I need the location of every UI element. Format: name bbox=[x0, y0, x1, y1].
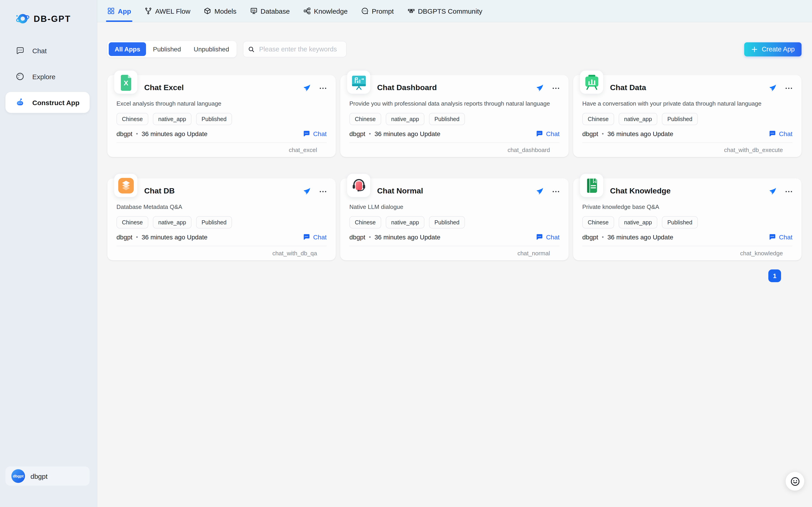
sidebar-item-construct-app[interactable]: Construct App bbox=[5, 92, 89, 113]
copy-code-button[interactable] bbox=[786, 250, 793, 257]
models-box-icon bbox=[204, 7, 211, 14]
chat-bubble-filled-icon bbox=[536, 233, 543, 241]
dbgpt-planet-logo-icon bbox=[15, 12, 30, 26]
app-tags: Chinesenative_appPublished bbox=[117, 113, 327, 125]
copy-code-button[interactable] bbox=[553, 250, 560, 257]
app-icon-tile bbox=[580, 70, 603, 94]
app-updated-time: 36 minutes ago Update bbox=[608, 233, 674, 240]
app-code-name: chat_dashboard bbox=[508, 147, 550, 153]
tab-awel-flow[interactable]: AWEL Flow bbox=[145, 0, 190, 22]
chat-link[interactable]: Chat bbox=[303, 233, 327, 241]
dingtalk-share-button[interactable] bbox=[768, 83, 777, 93]
chat-link[interactable]: Chat bbox=[768, 130, 793, 137]
app-description: Database Metadata Q&A bbox=[117, 204, 327, 210]
tab-knowledge[interactable]: Knowledge bbox=[303, 0, 348, 22]
chat-link[interactable]: Chat bbox=[536, 130, 560, 137]
meta-separator: • bbox=[369, 130, 371, 137]
dingtalk-share-button[interactable] bbox=[302, 83, 311, 93]
create-app-button[interactable]: Create App bbox=[744, 42, 802, 56]
create-app-label: Create App bbox=[762, 46, 795, 53]
app-title: Chat DB bbox=[144, 186, 175, 196]
tag-badge: Published bbox=[429, 216, 465, 228]
app-title: Chat Knowledge bbox=[610, 186, 671, 196]
tag-badge: Published bbox=[196, 216, 232, 228]
pagination-prev-button[interactable] bbox=[751, 272, 758, 279]
app-meta: dbgpt•36 minutes ago UpdateChat bbox=[350, 233, 560, 241]
dingtalk-share-button[interactable] bbox=[535, 83, 544, 93]
sidebar-item-chat[interactable]: Chat bbox=[5, 40, 89, 61]
sidebar-item-explore[interactable]: Explore bbox=[5, 66, 89, 87]
app-card-chat_with_db_execute: Chat DataHave a conversation with your p… bbox=[573, 75, 802, 157]
sidebar: DB-GPT ChatExploreConstruct App dbgpt db… bbox=[0, 0, 97, 507]
tab-database[interactable]: SQLDatabase bbox=[250, 0, 290, 22]
card-actions bbox=[535, 83, 560, 93]
card-footer: chat_with_db_qa bbox=[117, 246, 327, 257]
collapse-button[interactable] bbox=[69, 493, 78, 502]
copy-code-button[interactable] bbox=[553, 147, 560, 153]
copy-code-button[interactable] bbox=[320, 250, 327, 257]
app-tags: Chinesenative_appPublished bbox=[350, 216, 560, 228]
community-bricks-icon bbox=[408, 7, 415, 14]
dingtalk-share-button[interactable] bbox=[302, 186, 311, 196]
dingtalk-icon bbox=[768, 83, 777, 93]
pagination-page-1[interactable]: 1 bbox=[768, 270, 781, 282]
chat-link[interactable]: Chat bbox=[303, 130, 327, 137]
tile-data-icon bbox=[583, 73, 600, 91]
more-menu-button[interactable] bbox=[318, 187, 327, 195]
tab-app[interactable]: App bbox=[107, 0, 131, 22]
chat-link[interactable]: Chat bbox=[768, 233, 793, 241]
ellipsis-icon bbox=[784, 84, 793, 93]
search-box[interactable] bbox=[243, 41, 347, 57]
dingtalk-share-button[interactable] bbox=[535, 186, 544, 196]
app-card-chat_with_db_qa: Chat DBDatabase Metadata Q&AChinesenativ… bbox=[107, 178, 336, 260]
more-menu-button[interactable] bbox=[318, 84, 327, 92]
copy-code-button[interactable] bbox=[786, 147, 793, 153]
chat-link-label: Chat bbox=[546, 233, 560, 240]
tab-prompt[interactable]: Prompt bbox=[361, 0, 394, 22]
filter-all[interactable]: All Apps bbox=[109, 42, 146, 56]
feedback-fab-button[interactable] bbox=[786, 472, 804, 491]
more-menu-button[interactable] bbox=[784, 187, 793, 195]
app-card-chat_excel: XChat ExcelExcel analysis through natura… bbox=[107, 75, 336, 157]
filter-published[interactable]: Published bbox=[147, 42, 187, 56]
card-header: Chat Dashboard bbox=[377, 75, 560, 94]
chat-link[interactable]: Chat bbox=[536, 233, 560, 241]
pagination-next-button[interactable] bbox=[791, 272, 798, 279]
app-card-chat_normal: Chat NormalNative LLM dialogueChinesenat… bbox=[340, 178, 569, 260]
filter-unpublished[interactable]: Unpublished bbox=[188, 42, 235, 56]
app-updated-time: 36 minutes ago Update bbox=[142, 233, 208, 240]
dingtalk-share-button[interactable] bbox=[768, 186, 777, 196]
theme-button[interactable] bbox=[18, 493, 27, 502]
tile-dashboard-icon bbox=[350, 73, 367, 91]
app-icon-tile bbox=[347, 174, 370, 197]
more-menu-button[interactable] bbox=[551, 84, 560, 92]
meta-separator: • bbox=[602, 130, 604, 137]
tile-knowledge-icon bbox=[583, 177, 600, 194]
app-icon-tile: X bbox=[114, 70, 137, 94]
brand-logo: DB-GPT bbox=[0, 0, 97, 26]
more-menu-button[interactable] bbox=[551, 187, 560, 195]
app-code-name: chat_knowledge bbox=[740, 250, 783, 257]
app-owner: dbgpt bbox=[117, 233, 132, 240]
language-button[interactable] bbox=[44, 493, 53, 502]
app-icon-tile bbox=[347, 70, 370, 94]
app-updated-time: 36 minutes ago Update bbox=[375, 233, 441, 240]
card-header: Chat Normal bbox=[377, 178, 560, 197]
meta-separator: • bbox=[136, 130, 138, 137]
tag-badge: native_app bbox=[386, 113, 424, 125]
top-tabs: AppAWEL FlowModelsSQLDatabaseKnowledgePr… bbox=[107, 0, 483, 22]
copy-code-button[interactable] bbox=[320, 147, 327, 153]
tab-dbgpts-community[interactable]: DBGPTS Community bbox=[408, 0, 482, 22]
dingtalk-icon bbox=[302, 83, 311, 93]
more-menu-button[interactable] bbox=[784, 84, 793, 92]
content: All AppsPublishedUnpublished Create App … bbox=[97, 22, 812, 507]
search-input[interactable] bbox=[258, 45, 341, 53]
tab-models[interactable]: Models bbox=[204, 0, 237, 22]
sidebar-item-label: Explore bbox=[32, 72, 56, 80]
filter-segmented-control: All AppsPublishedUnpublished bbox=[107, 41, 236, 57]
user-chip[interactable]: dbgpt dbgpt bbox=[5, 466, 89, 486]
knowledge-graph-icon bbox=[303, 7, 311, 14]
tag-badge: Chinese bbox=[117, 113, 148, 125]
app-owner: dbgpt bbox=[582, 233, 598, 240]
chat-link-label: Chat bbox=[313, 233, 327, 240]
